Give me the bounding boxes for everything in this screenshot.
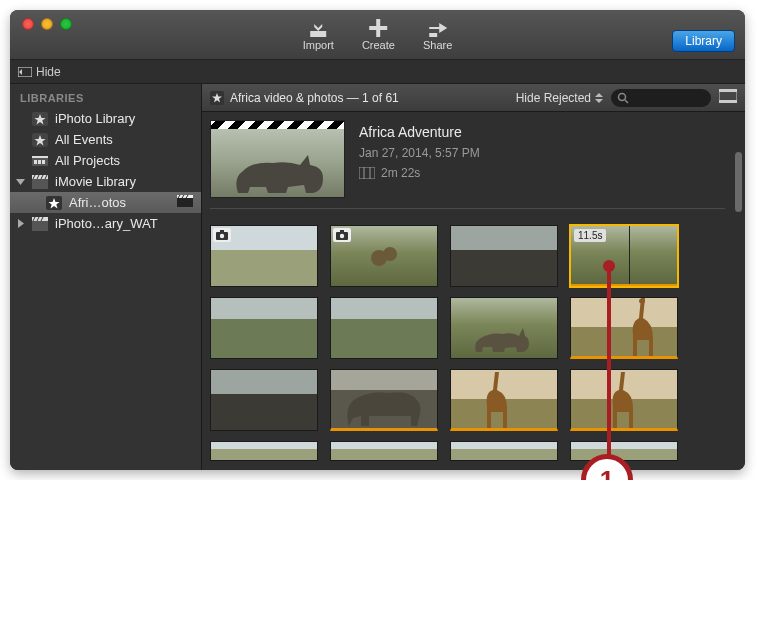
svg-point-45 [220, 234, 224, 238]
main-panel: Africa video & photos — 1 of 61 Hide Rej… [202, 84, 745, 470]
svg-line-36 [625, 100, 628, 103]
sidebar-item-label: iMovie Library [55, 174, 136, 189]
filter-dropdown[interactable]: Hide Rejected [516, 91, 603, 105]
share-label: Share [423, 39, 452, 51]
sidebar-item-iphoto-library[interactable]: iPhoto Library [10, 108, 201, 129]
clip-thumbnail[interactable] [330, 441, 438, 461]
search-icon [617, 92, 629, 104]
star-icon [32, 133, 48, 147]
clip-thumbnail[interactable] [210, 225, 318, 287]
hero-meta: Africa Adventure Jan 27, 2014, 5:57 PM 2… [359, 120, 480, 198]
plus-icon [368, 19, 388, 37]
clip-thumbnail[interactable] [450, 225, 558, 287]
clapper-icon [32, 217, 48, 231]
star-icon [210, 91, 224, 105]
hero-duration: 2m 22s [359, 166, 480, 180]
event-bar: Africa video & photos — 1 of 61 Hide Rej… [202, 84, 745, 112]
giraffe-silhouette [607, 372, 637, 428]
svg-rect-12 [32, 179, 48, 189]
clip-thumbnail[interactable] [330, 297, 438, 359]
event-hero: Africa Adventure Jan 27, 2014, 5:57 PM 2… [210, 120, 725, 209]
view-toggle-button[interactable] [719, 89, 737, 106]
giraffe-silhouette [623, 298, 657, 356]
svg-rect-39 [719, 100, 737, 103]
clip-thumbnail[interactable] [570, 369, 678, 431]
filmstrip-icon [359, 167, 375, 179]
library-button[interactable]: Library [672, 30, 735, 52]
svg-rect-38 [719, 89, 737, 92]
import-icon [308, 19, 328, 37]
photo-badge [213, 228, 231, 242]
svg-point-51 [639, 299, 645, 304]
clip-thumbnail[interactable] [450, 297, 558, 359]
svg-point-50 [383, 247, 397, 261]
sidebar-item-africa-photos[interactable]: Afri…otos [10, 192, 201, 213]
elephant-silhouette [339, 378, 429, 428]
sidebar-item-all-projects[interactable]: All Projects [10, 150, 201, 171]
svg-rect-7 [32, 156, 48, 158]
sidebar-item-label: All Projects [55, 153, 120, 168]
clip-thumbnail[interactable] [450, 441, 558, 461]
clip-thumbnail[interactable] [570, 441, 678, 461]
clip-thumbnail[interactable] [210, 369, 318, 431]
search-field[interactable] [611, 89, 711, 107]
hero-thumbnail[interactable] [210, 120, 345, 198]
hide-sidebar-button[interactable]: Hide [10, 65, 69, 79]
disclosure-closed-icon [16, 219, 25, 228]
app-window: Import Create Share Library Hide LIBRARI… [10, 10, 745, 470]
sidebar-item-label: Afri…otos [69, 195, 126, 210]
clip-thumbnail[interactable] [570, 297, 678, 359]
content-area[interactable]: Africa Adventure Jan 27, 2014, 5:57 PM 2… [202, 112, 745, 470]
traffic-lights [22, 18, 72, 30]
window-close-button[interactable] [22, 18, 34, 30]
import-label: Import [303, 39, 334, 51]
clip-thumbnail[interactable] [330, 369, 438, 431]
clip-thumbnail[interactable] [210, 441, 318, 461]
projects-icon [32, 154, 48, 168]
sidebar: LIBRARIES iPhoto Library All Events All … [10, 84, 202, 470]
clip-thumbnail-selected[interactable]: 11.5s [570, 225, 678, 287]
svg-point-35 [619, 93, 626, 100]
rhino-silhouette [471, 322, 531, 354]
window-zoom-button[interactable] [60, 18, 72, 30]
clip-thumbnail[interactable] [210, 297, 318, 359]
create-button[interactable]: Create [362, 19, 395, 51]
event-title-text: Africa video & photos — 1 of 61 [230, 91, 399, 105]
toolbar: Import Create Share [303, 19, 453, 51]
clip-grid: 11.5s [210, 225, 725, 461]
titlebar: Import Create Share Library [10, 10, 745, 60]
hero-title: Africa Adventure [359, 124, 480, 140]
hero-date: Jan 27, 2014, 5:57 PM [359, 146, 480, 160]
star-icon [32, 112, 48, 126]
monkey-silhouette [331, 226, 437, 286]
camera-icon [216, 230, 228, 240]
playhead-line[interactable] [629, 226, 630, 284]
import-button[interactable]: Import [303, 19, 334, 51]
filmstrip-icon [719, 89, 737, 103]
event-title: Africa video & photos — 1 of 61 [210, 91, 508, 105]
sidebar-item-label: iPhoto…ary_WAT [55, 216, 158, 231]
rhino-silhouette [228, 143, 328, 197]
sidebar-item-all-events[interactable]: All Events [10, 129, 201, 150]
search-input[interactable] [633, 92, 703, 104]
window-minimize-button[interactable] [41, 18, 53, 30]
svg-marker-34 [595, 99, 603, 103]
clip-time-badge: 11.5s [574, 229, 606, 242]
sidebar-header: LIBRARIES [10, 84, 201, 108]
sidebar-item-imovie-library[interactable]: iMovie Library [10, 171, 201, 192]
svg-marker-33 [595, 93, 603, 97]
sidebar-item-label: All Events [55, 132, 113, 147]
clip-thumbnail[interactable] [450, 369, 558, 431]
clip-thumbnail[interactable] [330, 225, 438, 287]
star-icon [46, 196, 62, 210]
sidebar-item-iphoto-library-wat[interactable]: iPhoto…ary_WAT [10, 213, 201, 234]
scrollbar-thumb[interactable] [735, 152, 742, 212]
hero-duration-text: 2m 22s [381, 166, 420, 180]
svg-rect-9 [38, 160, 41, 164]
svg-rect-44 [220, 230, 224, 233]
share-button[interactable]: Share [423, 19, 452, 51]
svg-rect-40 [359, 167, 375, 179]
svg-rect-8 [34, 160, 37, 164]
svg-marker-11 [16, 179, 25, 185]
create-label: Create [362, 39, 395, 51]
